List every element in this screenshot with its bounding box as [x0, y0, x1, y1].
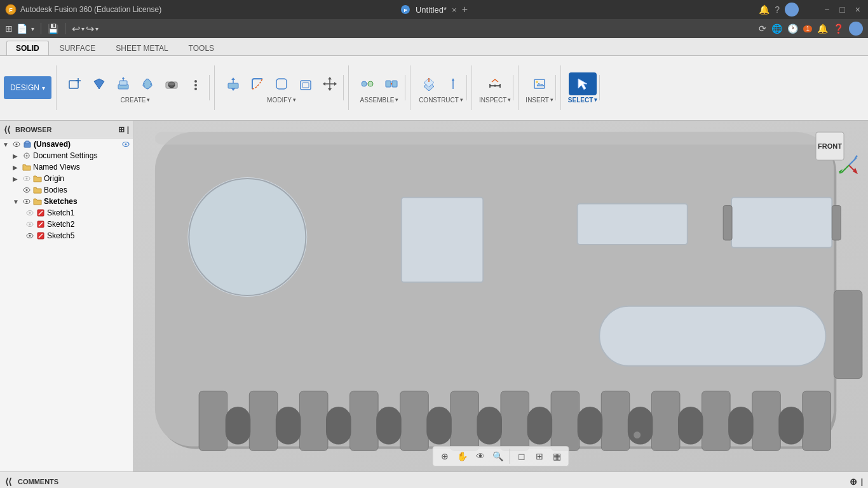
move-icon[interactable] — [318, 72, 341, 95]
file-dropdown-icon[interactable]: ▾ — [31, 25, 34, 32]
axis-icon[interactable] — [442, 72, 465, 95]
eye-active-icon[interactable] — [121, 140, 130, 149]
user-avatar-2[interactable] — [849, 22, 863, 36]
design-button[interactable]: DESIGN ▾ — [4, 76, 51, 99]
tab-tools[interactable]: TOOLS — [179, 41, 224, 55]
comments-add-icon[interactable]: ⊕ — [850, 477, 857, 487]
root-eye-icon[interactable] — [12, 140, 21, 149]
sketches-eye-icon[interactable] — [22, 197, 31, 206]
insert-label[interactable]: INSERT ▾ — [526, 97, 553, 104]
browser-collapse-icon[interactable]: ⟨⟨ — [4, 125, 10, 135]
browser-pin-icon[interactable]: | — [127, 125, 129, 134]
comments-collapse-icon[interactable]: ⟨⟨ — [5, 477, 11, 487]
svg-rect-100 — [226, 407, 251, 444]
bell-icon[interactable]: 🔔 — [817, 24, 828, 34]
bodies-eye-icon[interactable] — [22, 186, 31, 194]
tab-solid[interactable]: SOLID — [6, 41, 49, 55]
comments-pin-icon[interactable]: | — [861, 477, 863, 486]
sketches-arrow-icon[interactable]: ▼ — [13, 198, 20, 205]
undo-icon[interactable]: ↩ — [72, 23, 80, 35]
sketch1-eye-icon[interactable] — [25, 208, 34, 217]
title-left: F Autodesk Fusion 360 (Education License… — [5, 4, 161, 15]
browser-item-sketch2[interactable]: Sketch2 — [0, 219, 133, 230]
assemble-label[interactable]: ASSEMBLE ▾ — [360, 97, 399, 104]
construct-label[interactable]: CONSTRUCT ▾ — [419, 97, 463, 104]
file-icon[interactable]: 📄 — [17, 24, 27, 34]
offset-plane-icon[interactable] — [417, 72, 440, 95]
browser-item-origin[interactable]: ▶ Origin — [0, 173, 133, 184]
svg-rect-86 — [599, 306, 825, 366]
measure-svg — [488, 77, 502, 91]
redo-dropdown-icon[interactable]: ▾ — [95, 25, 98, 32]
look-icon[interactable]: 👁 — [473, 449, 488, 464]
create-form-icon[interactable] — [88, 72, 111, 95]
redo-icon[interactable]: ↪ — [86, 23, 94, 35]
shell-svg — [299, 77, 313, 91]
create-label[interactable]: CREATE ▾ — [121, 97, 151, 104]
viewport[interactable]: FRONT ⊕ ✋ 👁 🔍 ◻ ⊞ ▦ — [133, 121, 868, 471]
shell-icon[interactable] — [294, 72, 317, 95]
close-button[interactable]: × — [853, 4, 863, 15]
sketch5-eye-icon[interactable] — [25, 231, 34, 240]
orbit-icon[interactable]: ⊕ — [437, 449, 452, 464]
viewcube[interactable]: FRONT — [811, 127, 862, 178]
minimize-button[interactable]: − — [822, 4, 832, 15]
help2-icon[interactable]: ❓ — [833, 24, 844, 34]
new-tab-icon[interactable]: + — [462, 4, 468, 15]
grid-display-icon[interactable]: ⊞ — [532, 449, 547, 464]
select-icon[interactable] — [569, 72, 597, 95]
named-views-arrow-icon[interactable]: ▶ — [13, 164, 20, 171]
select-label[interactable]: SELECT ▾ — [568, 97, 597, 104]
clock-icon[interactable]: 🕐 — [787, 24, 798, 34]
close-tab-icon[interactable]: × — [452, 5, 457, 15]
browser-item-doc-settings[interactable]: ▶ Document Settings — [0, 150, 133, 161]
inspect-label[interactable]: INSPECT ▾ — [479, 97, 511, 104]
origin-eye-icon[interactable] — [22, 174, 31, 183]
extrude-icon[interactable] — [112, 72, 135, 95]
save-icon[interactable]: 💾 — [48, 24, 58, 34]
create-more-icon[interactable] — [184, 72, 207, 95]
job-status-icon[interactable]: ⟳ — [759, 24, 766, 34]
new-component-icon[interactable] — [64, 72, 86, 95]
notification-icon[interactable]: 🔔 — [759, 4, 770, 15]
grid-icon[interactable]: ⊞ — [5, 24, 13, 34]
help-icon[interactable]: ? — [775, 4, 780, 15]
insert-canvas-icon[interactable] — [528, 72, 551, 95]
browser-item-named-views[interactable]: ▶ Named Views — [0, 161, 133, 173]
root-collapse-icon[interactable]: ▼ — [3, 141, 10, 148]
tab-sheet-metal[interactable]: SHEET METAL — [106, 41, 177, 55]
toolbar-group-modify: MODIFY ▾ — [219, 72, 344, 104]
origin-arrow-icon[interactable]: ▶ — [13, 175, 20, 182]
press-pull-icon[interactable] — [222, 72, 245, 95]
fillet-icon[interactable] — [246, 72, 269, 95]
tab-surface[interactable]: SURFACE — [50, 41, 105, 55]
user-avatar[interactable] — [785, 3, 799, 17]
online-icon[interactable]: 🌐 — [771, 24, 782, 34]
hole-icon[interactable] — [160, 72, 183, 95]
chamfer-icon[interactable] — [270, 72, 293, 95]
svg-rect-109 — [678, 407, 703, 444]
maximize-button[interactable]: □ — [837, 4, 847, 15]
sketch2-eye-icon[interactable] — [25, 220, 34, 229]
browser-item-root[interactable]: ▼ (Unsaved) — [0, 139, 133, 150]
browser-item-sketch5[interactable]: Sketch5 — [0, 230, 133, 241]
modify-label[interactable]: MODIFY ▾ — [267, 97, 296, 104]
browser-expand-icon[interactable]: ⊞ — [118, 125, 125, 134]
revolve-icon[interactable] — [136, 72, 159, 95]
browser-item-sketch1[interactable]: Sketch1 — [0, 207, 133, 219]
display-mode-icon[interactable]: ◻ — [514, 449, 529, 464]
browser-item-sketches[interactable]: ▼ Sketches — [0, 196, 133, 207]
measure-icon[interactable] — [484, 72, 506, 95]
rigid-group-icon[interactable] — [380, 72, 403, 95]
doc-arrow-icon[interactable]: ▶ — [13, 152, 20, 159]
pan-icon[interactable]: ✋ — [455, 449, 470, 464]
joint-icon[interactable] — [356, 72, 379, 95]
svg-point-53 — [26, 155, 28, 157]
browser-item-bodies[interactable]: ▶ Bodies — [0, 184, 133, 196]
zoom-window-icon[interactable]: 🔍 — [491, 449, 506, 464]
construct-dropdown-icon: ▾ — [460, 97, 463, 103]
svg-rect-106 — [527, 407, 553, 444]
viewport-settings-icon[interactable]: ▦ — [550, 449, 565, 464]
svg-marker-118 — [853, 168, 858, 174]
undo-dropdown-icon[interactable]: ▾ — [81, 25, 85, 32]
